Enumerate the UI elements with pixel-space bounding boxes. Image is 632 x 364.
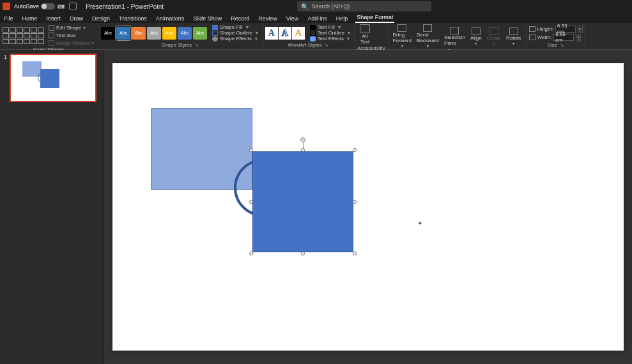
dialog-launcher-icon[interactable]: ↘ (560, 42, 564, 48)
tab-view[interactable]: View (285, 14, 300, 23)
ribbon-tabs: File Home Insert Draw Design Transitions… (0, 13, 632, 23)
height-spinner[interactable]: ▴▾ (578, 26, 583, 33)
group-label-size: Size (547, 42, 557, 48)
text-outline-button[interactable]: Text Outline▾ (309, 30, 351, 36)
document-title: Presentation1 - PowerPoint (86, 3, 164, 10)
shapes-gallery[interactable] (3, 27, 44, 44)
slide-thumbnail-panel[interactable]: 1 (0, 50, 104, 364)
text-box-icon (49, 33, 54, 38)
text-outline-icon (310, 31, 316, 36)
slide-canvas-area[interactable]: ⌖ (104, 50, 632, 364)
merge-shapes-icon (49, 40, 54, 46)
tab-transitions[interactable]: Transitions (118, 14, 148, 23)
text-box-button[interactable]: Text Box (47, 32, 95, 39)
edit-shape-button[interactable]: Edit Shape▾ (47, 24, 95, 31)
tab-home[interactable]: Home (21, 14, 39, 23)
wordart-gallery[interactable]: A A A (265, 27, 305, 40)
group-icon (489, 27, 498, 35)
cursor-icon: ⌖ (418, 219, 422, 227)
pen-icon (212, 31, 218, 36)
group-size: Height: 6.53 cm ▴▾ Width: 6.68 cm ▴▾ Siz… (527, 23, 586, 49)
dialog-launcher-icon[interactable]: ↘ (324, 42, 328, 48)
app-icon (3, 3, 10, 10)
alt-text-button[interactable]: Alt Text (357, 24, 373, 45)
shape-effects-button[interactable]: Shape Effects▾ (211, 36, 259, 42)
shape-style-swatch[interactable]: Abc (193, 27, 207, 40)
tab-review[interactable]: Review (257, 14, 279, 23)
shape-style-gallery[interactable]: AbcAbcAbcAbcAbcAbcAbc (101, 27, 207, 40)
rotation-line (303, 140, 304, 149)
search-placeholder: Search (Alt+Q) (311, 3, 350, 10)
text-effects-button[interactable]: Text Effects▾ (309, 36, 351, 42)
wordart-swatch[interactable]: A (265, 27, 278, 40)
group-shape-styles: AbcAbcAbcAbcAbcAbcAbc Shape Fill▾ Shape … (98, 23, 263, 49)
group-insert-shapes: Edit Shape▾ Text Box Merge Shapes▾ Inser… (0, 23, 98, 49)
rotation-handle[interactable] (300, 137, 305, 142)
tab-slideshow[interactable]: Slide Show (192, 14, 223, 23)
rotate-button[interactable]: Rotate▾ (504, 27, 523, 45)
shape-style-swatch[interactable]: Abc (178, 27, 192, 40)
search-icon: 🔍 (301, 3, 309, 10)
align-button[interactable]: Align▾ (468, 27, 484, 45)
group-button: Group▾ (485, 27, 503, 45)
slide-number: 1 (4, 54, 7, 102)
search-box[interactable]: 🔍 Search (Alt+Q) (297, 1, 431, 11)
tab-insert[interactable]: Insert (45, 14, 63, 23)
align-icon (472, 27, 481, 35)
shape-style-swatch[interactable]: Abc (147, 27, 161, 40)
send-backward-button[interactable]: Send Backward▾ (415, 24, 441, 48)
bring-forward-icon (397, 24, 406, 32)
tab-draw[interactable]: Draw (68, 14, 84, 23)
wordart-swatch[interactable]: A (279, 27, 291, 40)
height-icon (529, 26, 536, 32)
tab-help[interactable]: Help (335, 14, 350, 23)
height-label: Height: (537, 26, 553, 32)
bring-forward-button[interactable]: Bring Forward▾ (391, 24, 413, 48)
shape-style-swatch[interactable]: Abc (132, 27, 146, 40)
edit-shape-icon (49, 25, 54, 31)
shape-style-swatch[interactable]: Abc (162, 27, 176, 40)
slide-thumbnail[interactable] (10, 54, 96, 102)
ribbon: Edit Shape▾ Text Box Merge Shapes▾ Inser… (0, 23, 632, 50)
slide[interactable]: ⌖ (112, 63, 624, 351)
alt-text-icon (360, 24, 370, 33)
shape-style-swatch[interactable]: Abc (101, 27, 115, 40)
group-arrange: Bring Forward▾ Send Backward▾ Selection … (389, 23, 527, 49)
width-spinner[interactable]: ▴▾ (576, 34, 581, 41)
save-icon[interactable] (69, 3, 77, 10)
rotate-icon (509, 27, 518, 35)
title-bar: AutoSave Off Presentation1 - PowerPoint … (0, 0, 632, 13)
dialog-launcher-icon[interactable]: ↘ (194, 42, 199, 48)
tab-design[interactable]: Design (91, 14, 111, 23)
group-wordart-styles: A A A Text Fill▾ Text Outline▾ Text Effe… (263, 23, 355, 49)
text-fill-button[interactable]: Text Fill▾ (309, 24, 351, 30)
autosave-toggle[interactable]: AutoSave Off (14, 3, 65, 10)
thumb-rect-shape-2 (40, 69, 59, 88)
tab-file[interactable]: File (3, 14, 15, 23)
tab-animations[interactable]: Animations (155, 14, 186, 23)
group-label-wordart: WordArt Styles (288, 42, 321, 48)
merge-shapes-button: Merge Shapes▾ (47, 40, 95, 47)
autosave-state: Off (57, 4, 65, 9)
workspace: 1 ⌖ (0, 50, 632, 364)
selection-pane-button[interactable]: Selection Pane (442, 27, 467, 46)
group-label-shape-styles: Shape Styles (162, 42, 192, 48)
shape-fill-button[interactable]: Shape Fill▾ (211, 24, 259, 30)
text-effects-icon (310, 36, 316, 42)
tab-shape-format[interactable]: Shape Format (355, 13, 394, 23)
group-accessibility: Alt Text Accessibility (355, 23, 389, 49)
tab-addins[interactable]: Add-ins (306, 14, 328, 23)
text-fill-icon (310, 25, 316, 30)
tab-record[interactable]: Record (229, 14, 250, 23)
wordart-swatch[interactable]: A (292, 27, 305, 40)
rectangle-shape-selected[interactable] (252, 151, 353, 252)
toggle-switch-icon[interactable] (41, 3, 55, 10)
send-backward-icon (423, 24, 432, 32)
width-icon (529, 34, 536, 40)
width-input[interactable]: 6.68 cm (553, 34, 574, 41)
width-label: Width: (537, 34, 552, 40)
shape-style-swatch[interactable]: Abc (116, 27, 130, 40)
shape-outline-button[interactable]: Shape Outline▾ (211, 30, 259, 36)
effects-icon (212, 36, 218, 42)
paint-bucket-icon (212, 25, 218, 30)
